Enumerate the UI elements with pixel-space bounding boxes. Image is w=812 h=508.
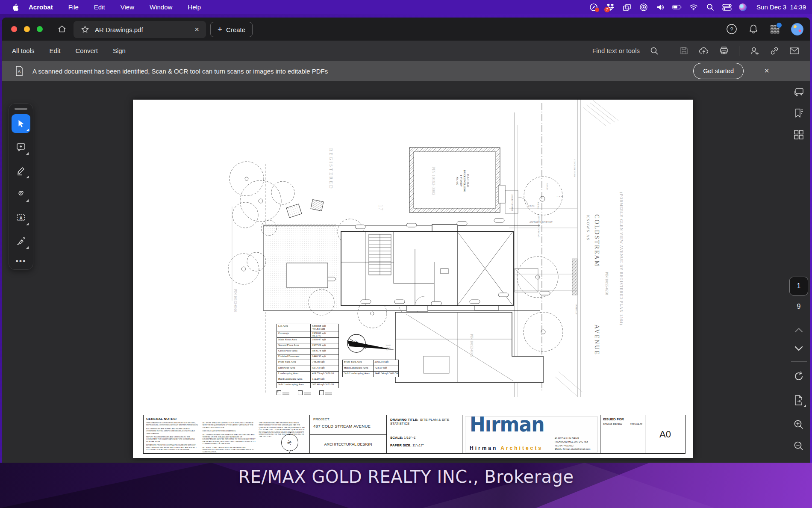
menubar-app-name[interactable]: Acrobat [29, 3, 53, 11]
request-signature-button[interactable] [750, 46, 759, 56]
toolbar-divider [739, 46, 739, 56]
tab-edit[interactable]: Edit [50, 47, 61, 54]
favorite-star-icon[interactable] [80, 25, 90, 34]
table-row: Landscaping Area419.55 sqft %56.16 [277, 371, 338, 377]
table-row: Hard Landscape Area112.09 sqft [277, 377, 338, 382]
apps-grid-button[interactable] [770, 24, 780, 34]
menu-window[interactable]: Window [150, 3, 172, 11]
control-center-icon[interactable] [722, 3, 732, 12]
ocr-banner: A A scanned document has been identified… [2, 61, 810, 81]
fill-sign-tool-button[interactable] [12, 232, 30, 251]
extract-pages-button[interactable] [793, 394, 804, 406]
lasso-tool-button[interactable] [12, 185, 30, 204]
wifi-icon[interactable] [689, 3, 698, 12]
menu-view[interactable]: View [121, 3, 134, 11]
next-page-button[interactable] [794, 346, 804, 351]
project-name: 487 COLD STREAM AVENUE [313, 424, 383, 428]
save-button[interactable] [680, 46, 688, 55]
street-pin: PIN 10195-0258 [605, 272, 609, 295]
neighbour-storey: 1 STOREY [460, 175, 462, 187]
apple-menu[interactable] [11, 3, 18, 11]
neighbour-dwelling-north: PIN 10192-0003 No.489 1 STOREY BRICK DWE… [409, 148, 562, 215]
select-text-tool-button[interactable]: A [12, 208, 30, 227]
sidebar-divider [791, 361, 807, 362]
document-tab[interactable]: AR Drawings.pdf × [74, 21, 206, 38]
tab-sign[interactable]: Sign [113, 47, 126, 54]
notifications-bell-button[interactable] [748, 24, 759, 35]
safari-status-icon[interactable] [589, 3, 598, 12]
zoom-in-button[interactable] [793, 419, 804, 430]
table-row: Soft Landscaping Area307.46 sqft %73.28 [277, 382, 338, 388]
bookmarks-panel-button[interactable] [793, 108, 804, 119]
search-icon[interactable] [650, 47, 659, 55]
battery-icon[interactable] [672, 3, 682, 12]
siri-icon[interactable] [739, 3, 747, 11]
account-avatar[interactable] [791, 23, 803, 35]
select-tool-button[interactable] [12, 114, 30, 133]
tab-title: AR Drawings.pdf [95, 26, 143, 33]
screen-mirroring-icon[interactable] [639, 3, 648, 12]
page-thumbnails-button[interactable] [793, 129, 804, 140]
legend-item [298, 390, 311, 395]
volume-icon[interactable] [656, 3, 665, 12]
zoom-out-button[interactable] [793, 440, 804, 452]
minimize-window-button[interactable] [24, 26, 30, 32]
close-tab-icon[interactable]: × [194, 25, 199, 34]
current-page-input[interactable]: 1 [789, 277, 808, 295]
help-button[interactable]: ? [726, 24, 737, 35]
menu-file[interactable]: File [68, 3, 79, 11]
acrobat-toolbar: All tools Edit Convert Sign Find text or… [2, 41, 810, 61]
neighbour-pin: PIN 10192-0003 [431, 167, 436, 195]
close-window-button[interactable] [11, 26, 17, 32]
pin-west-label: PIN 10192-0026 [233, 289, 237, 312]
legend-item [277, 390, 289, 395]
upload-cloud-button[interactable] [699, 46, 709, 55]
palette-drag-handle[interactable] [15, 108, 27, 110]
apps-notification-dot [777, 23, 782, 28]
create-button[interactable]: + Create [210, 22, 253, 37]
site-statistics-table: Lot Area5358.68 sqft 497.83 sqm Coverage… [277, 324, 339, 360]
street-name-2: AVENUE [594, 325, 600, 356]
dropbox-icon[interactable]: 7 [606, 3, 615, 12]
zoom-window-button[interactable] [37, 26, 43, 32]
more-tools-button[interactable]: ••• [16, 257, 26, 266]
proposed-house [341, 224, 538, 311]
street-formerly: (FORMERLY GLEN VIEW AVENUE BY REGISTERED… [619, 192, 624, 325]
svg-text:A: A [19, 216, 22, 221]
desktop-wallpaper-banner: RE/MAX GOLD REALTY INC., Brokerage [0, 463, 812, 508]
svg-text:A: A [18, 69, 21, 74]
tab-convert[interactable]: Convert [75, 47, 98, 54]
comment-tool-button[interactable] [12, 138, 30, 157]
right-sidebar: 1 9 [787, 81, 810, 463]
menubar-clock[interactable]: Sun Dec 3 14:39 [756, 3, 806, 11]
email-button[interactable] [789, 47, 799, 55]
rotate-page-button[interactable] [793, 370, 805, 382]
table-row: Front Yard Area2165.93 sqft [343, 360, 398, 366]
banner-message: A scanned document has been identified, … [32, 68, 328, 75]
street-known-as: KNOWN AS [586, 215, 590, 241]
neighbour-building-west [287, 263, 328, 288]
displays-icon[interactable] [622, 3, 632, 12]
find-text-label[interactable]: Find text or tools [592, 47, 640, 54]
previous-page-button[interactable] [794, 327, 804, 333]
lot-18-label: 18 [384, 343, 392, 351]
title-block-north-arrow: N [281, 434, 298, 451]
home-button[interactable] [57, 24, 67, 34]
print-button[interactable] [719, 46, 729, 55]
tab-all-tools[interactable]: All tools [12, 47, 35, 54]
pin-south-label: PIN 10192-0005 [470, 334, 474, 357]
highlight-tool-button[interactable] [12, 161, 30, 180]
spotlight-icon[interactable] [706, 3, 715, 12]
macos-menubar: Acrobat File Edit View Window Help 7 [0, 0, 812, 14]
table-row: Lot Area5358.68 sqft 497.83 sqm [277, 324, 338, 331]
menu-help[interactable]: Help [188, 3, 201, 11]
menu-edit[interactable]: Edit [94, 3, 105, 11]
get-started-button[interactable]: Get started [693, 63, 744, 79]
sheet-number: A0 [645, 415, 685, 453]
comments-panel-button[interactable] [793, 87, 804, 98]
share-link-button[interactable] [770, 46, 779, 56]
pdf-page[interactable]: KNOWN AS COLDSTREAM AVENUE (FORMERLY GLE… [133, 100, 693, 458]
dismiss-banner-icon[interactable]: × [764, 66, 769, 76]
window-tabbar: AR Drawings.pdf × + Create ? [2, 18, 810, 41]
firm-address: 46 MCCALLUM DRIVERICHMOND HILL,ON, L4C 7… [555, 437, 596, 451]
